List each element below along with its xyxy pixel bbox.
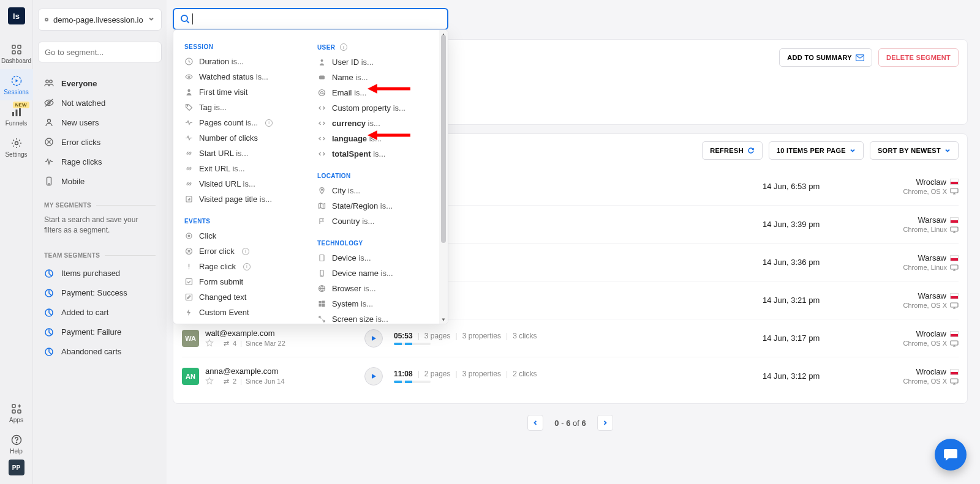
flag-pl-icon [950,369,959,375]
filter-option-icon [184,278,193,286]
svg-rect-53 [951,227,958,231]
intercom-launcher[interactable] [935,439,967,471]
row-tech: Chrome, Linux [848,264,959,271]
filter-option[interactable]: Duration is... [179,54,300,69]
chevron-right-icon [602,420,608,426]
filter-option[interactable]: Country is... [312,214,433,229]
filter-option[interactable]: First time visit [179,84,300,100]
pager-next-button[interactable] [597,415,613,431]
sidebar-filter-error-clicks[interactable]: Error clicks [38,132,162,152]
filter-option[interactable]: Changed text [179,289,300,305]
search-box[interactable] [173,8,448,30]
refresh-button[interactable]: REFRESH [702,141,763,160]
info-icon[interactable]: i [340,43,347,51]
filter-option-icon [317,135,326,143]
sidebar-segment-payment-success[interactable]: Payment: Success [38,283,162,303]
svg-rect-39 [319,76,325,80]
chat-icon [943,447,959,463]
filter-option[interactable]: Device name is... [312,266,433,281]
star-icon[interactable] [205,339,214,348]
dd-location-heading: LOCATION [312,168,433,183]
delete-segment-button[interactable]: DELETE SEGMENT [878,48,959,67]
add-to-summary-button[interactable]: ADD TO SUMMARY [779,48,872,67]
svg-point-45 [322,275,322,276]
scrollbar-thumb[interactable] [441,35,446,243]
filter-option[interactable]: Rage clicki [179,259,300,274]
sidebar-segment-payment-failure[interactable]: Payment: Failure [38,322,162,342]
filter-option[interactable]: Form submit [179,274,300,289]
sidebar-filter-mobile[interactable]: Mobile [38,171,162,191]
filter-option[interactable]: Error clicki [179,244,300,259]
star-icon[interactable] [205,377,214,385]
filter-option[interactable]: City is... [312,183,433,198]
status-dot-icon [45,18,48,21]
dropdown-scrollbar[interactable]: ▲ ▼ [439,30,448,324]
filter-option[interactable]: Screen size is... [312,311,433,324]
sidebar-filter-new-users[interactable]: New users [38,113,162,132]
sidebar-segment-abandoned-carts[interactable]: Abandoned carts [38,342,162,362]
filter-option[interactable]: User ID is... [312,54,433,70]
user-avatar[interactable]: PP [9,460,24,475]
pager-prev-button[interactable] [527,415,543,431]
filter-dropdown: SESSION Duration is...Watched status is.… [173,29,448,324]
filter-option[interactable]: totalSpent is... [312,146,433,162]
filter-option-icon [184,180,193,188]
filter-option[interactable]: State/Region is... [312,198,433,214]
rail-dashboard[interactable]: Dashboard [0,38,33,69]
info-icon[interactable]: i [242,248,249,255]
filter-option[interactable]: Visited URL is... [179,176,300,192]
row-tech: Chrome, OS X [848,378,959,385]
row-timestamp: 14 Jun, 3:21 pm [763,296,848,305]
filter-option[interactable]: Custom Event [179,305,300,320]
filter-option[interactable]: Watched status is... [179,69,300,84]
row-email: anna@example.com [205,367,346,376]
chevron-down-icon [944,147,951,154]
row-clicks: 2 clicks [513,370,537,378]
filter-option[interactable]: Tag is... [179,100,300,115]
sidebar-filter-not-watched[interactable]: Not watched [38,93,162,113]
sidebar-filter-label: New users [61,118,99,127]
filter-option[interactable]: Start URL is... [179,146,300,161]
filter-option-icon [317,104,326,113]
filter-option[interactable]: System is... [312,296,433,311]
filter-option[interactable]: Custom property is... [312,100,433,116]
items-per-page-button[interactable]: 10 ITEMS PER PAGE [769,141,864,160]
rail-funnels[interactable]: NEW Funnels [0,100,33,132]
filter-option-icon [184,195,193,204]
site-selector[interactable]: demo-page.livesession.io [38,9,162,31]
filter-option[interactable]: Number of clicks [179,130,300,146]
rail-apps[interactable]: Apps [0,397,33,428]
rail-settings[interactable]: Settings [0,132,33,163]
filter-option[interactable]: Visited page title is... [179,192,300,207]
chevron-down-icon [148,15,155,24]
filter-option-icon [317,269,326,278]
svg-rect-6 [15,110,17,116]
rail-sessions[interactable]: Sessions [0,69,33,100]
session-row[interactable]: ANanna@example.com⇄2|Since Jun 1411:08|2… [182,357,959,395]
filter-option[interactable]: Device is... [312,250,433,266]
rail-help[interactable]: Help [0,428,33,460]
row-user-info: walt@example.com⇄4|Since Mar 22 [205,329,346,348]
scroll-down-icon[interactable]: ▼ [440,316,447,322]
sidebar-filter-everyone[interactable]: Everyone [38,73,162,93]
logo[interactable]: ls [8,7,25,24]
filter-option[interactable]: Event is Added to cart [179,320,300,324]
filter-option-icon [184,103,193,112]
play-button[interactable] [364,367,383,385]
filter-option[interactable]: Exit URL is... [179,161,300,176]
search-input[interactable] [198,15,441,24]
filter-option[interactable]: Browser is... [312,281,433,296]
sidebar-filter-rage-clicks[interactable]: Rage clicks [38,152,162,171]
sidebar-segment-items-purchased[interactable]: Items purchased [38,264,162,283]
svg-point-13 [16,442,17,442]
filter-option[interactable]: Pages count is...i [179,115,300,130]
segment-search-input[interactable] [38,42,162,62]
info-icon[interactable]: i [243,263,251,270]
sort-button[interactable]: SORT BY NEWEST [870,141,959,160]
info-icon[interactable]: i [265,119,273,127]
sidebar-segment-added-to-cart[interactable]: Added to cart [38,303,162,322]
session-row[interactable]: WAwalt@example.com⇄4|Since Mar 2205:53|3… [182,319,959,357]
envelope-icon [856,54,864,61]
play-button[interactable] [364,329,383,348]
filter-option[interactable]: Click [179,228,300,244]
